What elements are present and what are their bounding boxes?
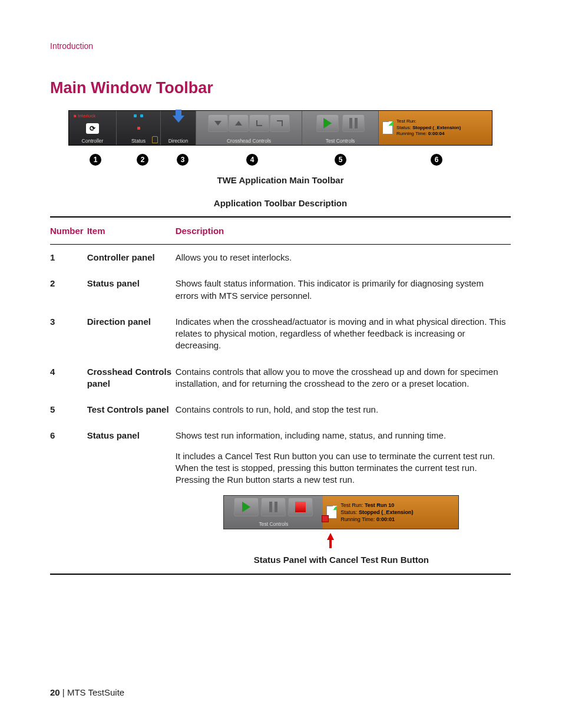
- time-label: Running Time:: [396, 131, 427, 136]
- fault-dot-icon: [137, 127, 140, 130]
- main-toolbar: ■ Interlock ⟳ Controller Status Directio…: [68, 110, 492, 146]
- status-label: Status:: [340, 509, 357, 515]
- test-run-info-panel: Test Run: Status: Stopped (_Extension) R…: [378, 111, 492, 145]
- cell-desc: Allows you to reset interlocks.: [176, 245, 511, 271]
- pause-icon: [349, 118, 358, 129]
- cell-desc: Contains controls that allow you to move…: [176, 359, 511, 397]
- cell-num: 6: [50, 423, 87, 574]
- callout-6: 6: [431, 154, 442, 166]
- callout-5: 5: [335, 154, 346, 166]
- pointer-arrow-icon: [327, 533, 334, 540]
- run-button[interactable]: [316, 114, 339, 132]
- cell-num: 5: [50, 397, 87, 423]
- arrow-down-icon: [214, 121, 222, 126]
- reset-interlock-button[interactable]: ⟳: [86, 123, 99, 134]
- test-run-info-panel-2: Test Run: Test Run 10 Status: Stopped (_…: [323, 496, 458, 529]
- test-controls-label: Test Controls: [326, 138, 355, 144]
- table-row: 4 Crosshead Controls panel Contains cont…: [50, 359, 511, 397]
- row6-extra: It includes a Cancel Test Run button you…: [176, 450, 507, 486]
- pause-icon: [269, 502, 277, 512]
- stop-icon: [295, 502, 306, 512]
- cell-desc: Indicates when the crosshead/actuator is…: [176, 309, 511, 359]
- cell-item: Controller panel: [87, 245, 176, 271]
- direction-panel: Direction: [160, 111, 196, 145]
- cell-item: Test Controls panel: [87, 397, 176, 423]
- row6-line1: Shows test run information, including na…: [176, 430, 507, 442]
- th-number: Number: [50, 217, 87, 245]
- callout-1: 1: [90, 154, 101, 166]
- interlock-text: Interlock: [78, 113, 95, 118]
- direction-arrow-down-icon: [173, 116, 184, 123]
- run-button[interactable]: [234, 498, 259, 516]
- controller-label: Controller: [82, 138, 104, 144]
- crosshead-label: Crosshead Controls: [227, 138, 271, 144]
- time-value: 0:00:04: [428, 131, 445, 136]
- status-label-info: Status:: [396, 125, 411, 130]
- th-description: Description: [176, 217, 511, 245]
- status-dot-icon: [140, 114, 143, 117]
- direction-label: Direction: [168, 138, 189, 144]
- crosshead-goto-button[interactable]: [270, 114, 290, 132]
- run-value: Test Run 10: [365, 502, 394, 508]
- figure-caption-2: Application Toolbar Description: [50, 198, 511, 208]
- status-value: Stopped (_Extension): [412, 125, 461, 130]
- play-icon: [242, 502, 250, 512]
- table-row: 6 Status panel Shows test run informatio…: [50, 423, 511, 574]
- status-value: Stopped (_Extension): [359, 509, 414, 515]
- time-label: Running Time:: [340, 516, 375, 522]
- figure-caption-3: Status Panel with Cancel Test Run Button: [176, 554, 507, 566]
- crosshead-up-button[interactable]: [229, 114, 249, 132]
- cell-desc: Shows test run information, including na…: [176, 423, 511, 574]
- callout-2: 2: [137, 154, 148, 166]
- chapter-heading: Introduction: [50, 41, 511, 51]
- status-indicator-dots: [134, 114, 143, 117]
- cell-item: Status panel: [87, 423, 176, 574]
- lock-icon: [152, 136, 158, 143]
- table-row: 3 Direction panel Indicates when the cro…: [50, 309, 511, 359]
- table-row: 5 Test Controls panel Contains controls …: [50, 397, 511, 423]
- goto-icon: [277, 120, 283, 126]
- return-icon: [256, 120, 262, 126]
- test-controls-panel-2: Test Controls: [224, 496, 323, 529]
- refresh-icon: ⟳: [90, 124, 95, 133]
- cell-num: 1: [50, 245, 87, 271]
- hold-button[interactable]: [261, 498, 286, 516]
- table-row: 1 Controller panel Allows you to reset i…: [50, 245, 511, 271]
- figure-caption-1: TWE Application Main Toolbar: [50, 175, 511, 185]
- status-panel: Status: [116, 111, 160, 145]
- crosshead-return-button[interactable]: [249, 114, 269, 132]
- callout-4: 4: [246, 154, 258, 166]
- th-item: Item: [87, 217, 176, 245]
- cell-item: Status panel: [87, 271, 176, 309]
- callout-3: 3: [177, 154, 189, 166]
- cell-desc: Contains controls to run, hold, and stop…: [176, 397, 511, 423]
- footer-sep: |: [60, 687, 67, 697]
- cell-desc: Shows fault status information. This ind…: [176, 271, 511, 309]
- crosshead-down-button[interactable]: [208, 114, 228, 132]
- status-label: Status: [131, 138, 146, 144]
- status-panel-with-cancel: Test Controls Test Run: Test Run 10 Stat…: [223, 495, 459, 529]
- status-panel-figure: Test Controls Test Run: Test Run 10 Stat…: [223, 495, 459, 540]
- cell-num: 4: [50, 359, 87, 397]
- run-label: Test Run:: [396, 118, 416, 124]
- info-lines-2: Test Run: Test Run 10 Status: Stopped (_…: [340, 502, 413, 523]
- crosshead-controls-panel: Crosshead Controls: [196, 111, 302, 145]
- controller-panel: ■ Interlock ⟳ Controller: [69, 111, 116, 145]
- stop-button[interactable]: [288, 498, 313, 516]
- cancel-test-run-button[interactable]: [322, 515, 329, 522]
- document-icon: [382, 121, 393, 134]
- cell-num: 2: [50, 271, 87, 309]
- section-title: Main Window Toolbar: [50, 79, 511, 97]
- cell-num: 3: [50, 309, 87, 359]
- status-dot-icon: [134, 114, 137, 117]
- play-icon: [323, 118, 332, 129]
- page-footer: 20 | MTS TestSuite: [50, 687, 124, 697]
- page-number: 20: [50, 687, 60, 697]
- table-row: 2 Status panel Shows fault status inform…: [50, 271, 511, 309]
- cell-item: Crosshead Controls panel: [87, 359, 176, 397]
- cell-item: Direction panel: [87, 309, 176, 359]
- test-controls-label-2: Test Controls: [259, 521, 289, 528]
- arrow-up-icon: [235, 121, 242, 126]
- hold-button[interactable]: [342, 114, 365, 132]
- run-label: Test Run:: [340, 502, 363, 508]
